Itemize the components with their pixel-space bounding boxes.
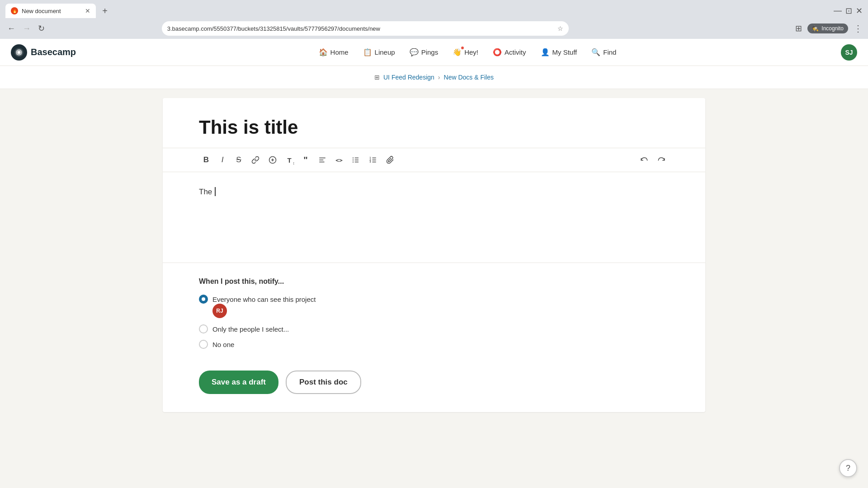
save-draft-button[interactable]: Save as a draft — [199, 371, 278, 394]
align-button[interactable] — [315, 153, 330, 167]
quote-button[interactable]: " — [298, 153, 313, 167]
address-bar[interactable]: 3.basecamp.com/5550377/buckets/31325815/… — [162, 21, 569, 36]
new-tab-button[interactable]: + — [98, 4, 112, 18]
unordered-list-button[interactable] — [348, 153, 363, 167]
tab-title: New document — [22, 8, 81, 14]
svg-point-9 — [353, 160, 354, 160]
page-content: This is title B I S T ↕ — [0, 89, 868, 439]
bookmark-icon[interactable]: ☆ — [557, 25, 563, 32]
nav-logo: Basecamp — [11, 44, 76, 61]
radio-noone[interactable] — [199, 340, 208, 349]
incognito-button: 🕵 Incognito — [807, 23, 848, 33]
address-icons: ☆ — [557, 25, 563, 32]
notify-option-everyone: Everyone who can see this project RJ — [199, 295, 669, 318]
minimize-icon[interactable]: — — [834, 6, 842, 16]
find-icon: 🔍 — [591, 48, 600, 56]
pings-icon: 💬 — [410, 48, 419, 56]
code-button[interactable]: <> — [332, 153, 346, 167]
nav-item-pings[interactable]: 💬 Pings — [403, 44, 445, 60]
notify-section: When I post this, notify... Everyone who… — [163, 263, 705, 363]
radio-select-label: Only the people I select... — [212, 325, 289, 333]
maximize-icon[interactable]: ⊡ — [845, 6, 852, 16]
doc-title[interactable]: This is title — [199, 116, 669, 139]
incognito-label: Incognito — [821, 25, 844, 32]
notify-title: When I post this, notify... — [199, 277, 669, 286]
nav-item-home[interactable]: 🏠 Home — [312, 44, 355, 60]
nav-item-find[interactable]: 🔍 Find — [585, 44, 623, 60]
tab-close-icon[interactable]: ✕ — [85, 7, 90, 14]
editor-body[interactable]: The — [163, 172, 705, 263]
italic-button[interactable]: I — [215, 153, 230, 167]
radio-everyone[interactable] — [199, 295, 208, 304]
nav-label-find: Find — [603, 48, 616, 56]
nav-items: 🏠 Home 📋 Lineup 💬 Pings 👋 Hey! ⭕ Activit… — [94, 44, 841, 60]
nav-label-lineup: Lineup — [375, 48, 395, 56]
activity-icon: ⭕ — [493, 48, 502, 56]
nav-label-activity: Activity — [505, 48, 526, 56]
notify-option-noone[interactable]: No one — [199, 340, 669, 349]
highlight-button[interactable] — [265, 153, 280, 167]
folder-icon: ⊞ — [374, 74, 380, 81]
nav-item-my-stuff[interactable]: 👤 My Stuff — [534, 44, 584, 60]
user-avatar-rj: RJ — [212, 304, 227, 318]
bold-button[interactable]: B — [199, 153, 213, 167]
back-button[interactable]: ← — [5, 22, 17, 35]
editor-text: The — [199, 188, 214, 196]
reload-button[interactable]: ↻ — [36, 22, 47, 35]
nav-item-hey[interactable]: 👋 Hey! — [446, 44, 485, 60]
svg-point-8 — [353, 158, 354, 159]
browser-actions: ⊞ 🕵 Incognito ⋮ — [795, 23, 863, 34]
nav-item-lineup[interactable]: 📋 Lineup — [357, 44, 401, 60]
incognito-icon: 🕵 — [812, 25, 819, 32]
home-icon: 🏠 — [319, 48, 328, 56]
nav-label-home: Home — [330, 48, 349, 56]
heading-button[interactable]: T ↕ — [282, 153, 297, 167]
text-cursor — [215, 187, 216, 196]
svg-point-10 — [353, 162, 354, 163]
editor-toolbar: B I S T ↕ " — [163, 148, 705, 172]
link-button[interactable] — [248, 153, 263, 167]
logo-text: Basecamp — [31, 47, 76, 57]
post-doc-button[interactable]: Post this doc — [286, 371, 361, 394]
radio-select[interactable] — [199, 324, 208, 333]
ordered-list-button[interactable]: 1 2 3 — [365, 153, 381, 167]
radio-noone-label: No one — [212, 341, 234, 348]
forward-button[interactable]: → — [21, 22, 33, 35]
breadcrumb-folder-link[interactable]: New Docs & Files — [444, 74, 494, 81]
nav-label-pings: Pings — [421, 48, 439, 56]
my-stuff-icon: 👤 — [541, 48, 550, 56]
breadcrumb-separator: › — [438, 74, 440, 81]
breadcrumb: ⊞ UI Feed Redesign › New Docs & Files — [374, 74, 494, 81]
window-controls: — ⊡ ✕ — [834, 6, 868, 16]
attachment-button[interactable] — [382, 153, 398, 167]
radio-everyone-label: Everyone who can see this project — [212, 296, 316, 303]
chrome-menu-icon[interactable]: ⋮ — [854, 23, 863, 34]
undo-button[interactable] — [637, 153, 652, 167]
browser-toolbar: ← → ↻ 3.basecamp.com/5550377/buckets/313… — [0, 18, 868, 39]
extensions-icon: ⊞ — [795, 23, 802, 33]
undo-redo-group — [637, 153, 669, 167]
nav-label-hey: Hey! — [464, 48, 478, 56]
redo-button[interactable] — [654, 153, 669, 167]
nav-label-my-stuff: My Stuff — [552, 48, 577, 56]
title-area: This is title — [163, 98, 705, 148]
tab-favicon: 🔥 — [11, 7, 18, 14]
address-url: 3.basecamp.com/5550377/buckets/31325815/… — [167, 25, 554, 32]
notify-radio-group: Everyone who can see this project RJ Onl… — [199, 295, 669, 349]
app-nav: Basecamp 🏠 Home 📋 Lineup 💬 Pings 👋 Hey! … — [0, 39, 868, 66]
help-button[interactable]: ? — [839, 459, 857, 477]
lineup-icon: 📋 — [363, 48, 372, 56]
breadcrumb-project-link[interactable]: UI Feed Redesign — [383, 74, 434, 81]
doc-card: This is title B I S T ↕ — [163, 98, 705, 412]
notify-option-select[interactable]: Only the people I select... — [199, 324, 669, 333]
close-icon[interactable]: ✕ — [856, 6, 863, 16]
hey-icon: 👋 — [453, 48, 462, 56]
action-buttons: Save as a draft Post this doc — [163, 363, 705, 412]
editor-text-content[interactable]: The — [199, 186, 669, 198]
everyone-avatar-group: RJ — [212, 304, 669, 318]
logo-mark — [11, 44, 27, 61]
browser-tab[interactable]: 🔥 New document ✕ — [5, 4, 96, 18]
strikethrough-button[interactable]: S — [231, 153, 246, 167]
user-avatar[interactable]: SJ — [841, 44, 857, 61]
nav-item-activity[interactable]: ⭕ Activity — [486, 44, 533, 60]
